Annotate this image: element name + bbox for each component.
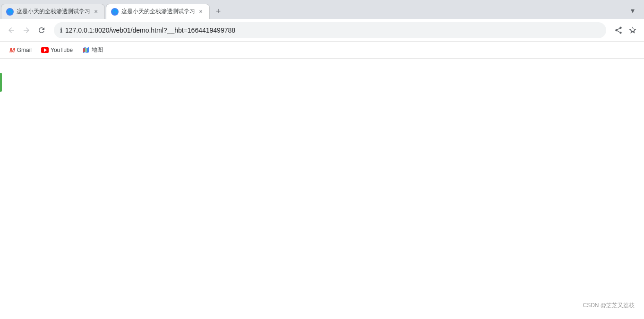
share-icon <box>614 26 623 34</box>
tab-1-title: 这是小天的全栈渗透测试学习 <box>17 8 90 16</box>
reload-icon <box>37 26 46 34</box>
globe-icon-2: 🌐 <box>111 8 119 16</box>
forward-button[interactable] <box>20 24 33 37</box>
tab-list-button[interactable]: ▾ <box>626 4 639 17</box>
bookmark-gmail[interactable]: M Gmail <box>6 44 35 56</box>
new-tab-button[interactable]: + <box>212 5 225 18</box>
globe-icon-1: 🌐 <box>6 8 14 16</box>
address-bar[interactable]: ℹ <box>54 22 606 38</box>
tab-bar-right: ▾ <box>626 4 639 17</box>
tab-2[interactable]: 🌐 这是小天的全栈渗透测试学习 ✕ <box>106 4 210 19</box>
gmail-icon: M <box>9 46 15 54</box>
left-edge-indicator <box>0 73 2 92</box>
url-input[interactable] <box>65 26 600 34</box>
reload-button[interactable] <box>35 24 48 37</box>
bookmark-gmail-label: Gmail <box>17 47 32 53</box>
bookmark-youtube-label: YouTube <box>51 47 73 53</box>
maps-icon <box>82 46 90 54</box>
tab-1-close-button[interactable]: ✕ <box>92 8 100 16</box>
tab-2-close-button[interactable]: ✕ <box>197 8 205 16</box>
page-content: CSDN @芝芝又荔枝 <box>0 59 644 319</box>
tab-bar: 🌐 这是小天的全栈渗透测试学习 ✕ 🌐 这是小天的全栈渗透测试学习 ✕ + ▾ <box>0 0 644 19</box>
tab-1-favicon: 🌐 <box>6 8 14 16</box>
bookmark-star-button[interactable] <box>626 24 639 37</box>
youtube-icon <box>41 47 49 53</box>
tab-1[interactable]: 🌐 这是小天的全栈渗透测试学习 ✕ <box>1 4 105 19</box>
bookmark-youtube[interactable]: YouTube <box>37 45 77 55</box>
forward-icon <box>22 26 31 34</box>
tab-2-title: 这是小天的全栈渗透测试学习 <box>121 8 195 16</box>
star-icon <box>628 26 637 34</box>
bookmark-maps[interactable]: 地图 <box>78 44 107 56</box>
back-icon <box>7 26 16 34</box>
youtube-play-triangle <box>44 48 47 52</box>
nav-right-icons <box>612 24 639 37</box>
bookmark-maps-label: 地图 <box>92 46 103 54</box>
info-icon: ℹ <box>60 26 62 34</box>
back-button[interactable] <box>5 24 18 37</box>
nav-bar: ℹ <box>0 19 644 42</box>
tab-2-favicon: 🌐 <box>111 8 119 16</box>
bookmarks-bar: M Gmail YouTube 地图 <box>0 42 644 59</box>
watermark-text: CSDN @芝芝又荔枝 <box>583 302 635 310</box>
share-button[interactable] <box>612 24 625 37</box>
